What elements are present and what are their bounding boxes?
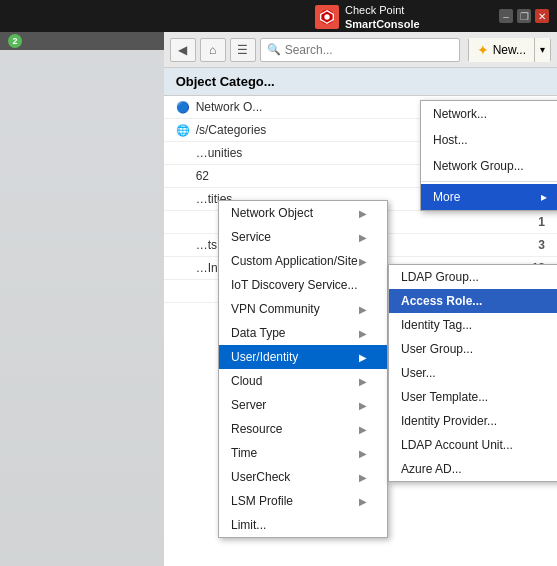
toolbar: ◀ ⌂ ☰ 🔍 ✦ New...	[164, 32, 557, 68]
menu-item-access-role[interactable]: Access Role...	[389, 289, 557, 313]
close-button[interactable]: ✕	[535, 9, 549, 23]
main-context-menu: Network Object ▶ Service ▶ Custom Applic…	[218, 200, 388, 538]
menu-item-limit[interactable]: Limit...	[219, 513, 387, 537]
menu-item-label: Network Group...	[433, 159, 524, 173]
menu-item-label: Host...	[433, 133, 468, 147]
left-panel: 2	[0, 32, 164, 566]
menu-item-label: LDAP Account Unit...	[401, 438, 513, 452]
chevron-right-icon: ▶	[359, 352, 367, 363]
menu-item-label: Service	[231, 230, 271, 244]
star-icon: ✦	[477, 42, 489, 58]
menu-item-label: More	[433, 190, 460, 204]
menu-item-label: Identity Provider...	[401, 414, 497, 428]
menu-item-server[interactable]: Server ▶	[219, 393, 387, 417]
menu-item-user[interactable]: User...	[389, 361, 557, 385]
svg-point-1	[324, 15, 329, 20]
network-icon: 🔵	[176, 101, 196, 114]
menu-item-lsm-profile[interactable]: LSM Profile ▶	[219, 489, 387, 513]
menu-item-time[interactable]: Time ▶	[219, 441, 387, 465]
logo-text: Check Point SmartConsole	[345, 3, 420, 32]
menu-item-network-object[interactable]: Network Object ▶	[219, 201, 387, 225]
menu-item-more[interactable]: More ▸	[421, 184, 557, 210]
menu-item-iot[interactable]: IoT Discovery Service...	[219, 273, 387, 297]
menu-item-label: LDAP Group...	[401, 270, 479, 284]
menu-item-label: User/Identity	[231, 350, 298, 364]
cat-count: 3	[538, 238, 545, 252]
chevron-right-icon: ▶	[359, 376, 367, 387]
chevron-down-icon: ▾	[540, 44, 545, 55]
menu-item-usercheck[interactable]: UserCheck ▶	[219, 465, 387, 489]
chevron-right-icon: ▶	[359, 304, 367, 315]
menu-item-resource[interactable]: Resource ▶	[219, 417, 387, 441]
menu-item-user-group[interactable]: User Group...	[389, 337, 557, 361]
menu-item-label: Access Role...	[401, 294, 482, 308]
menu-item-label: Network...	[433, 107, 487, 121]
app-logo-area: Check Point SmartConsole	[315, 3, 420, 32]
back-button[interactable]: ◀	[170, 38, 196, 62]
menu-item-label: Limit...	[231, 518, 266, 532]
back-icon: ◀	[178, 43, 187, 57]
home-button[interactable]: ⌂	[200, 38, 226, 62]
menu-item-user-identity[interactable]: User/Identity ▶	[219, 345, 387, 369]
menu-item-label: Resource	[231, 422, 282, 436]
menu-item-label: Network Object	[231, 206, 313, 220]
menu-item-ldap-group[interactable]: LDAP Group...	[389, 265, 557, 289]
cat-count: 1	[538, 215, 545, 229]
search-input[interactable]	[285, 43, 445, 57]
menu-separator	[421, 181, 557, 182]
logo-icon	[315, 5, 339, 29]
new-arrow-button[interactable]: ▾	[535, 38, 550, 62]
menu-item-label: User Group...	[401, 342, 473, 356]
chevron-right-icon: ▶	[359, 208, 367, 219]
chevron-right-icon: ▸	[541, 190, 547, 204]
chevron-right-icon: ▶	[359, 496, 367, 507]
menu-item-custom-app[interactable]: Custom Application/Site ▶	[219, 249, 387, 273]
search-box: 🔍	[260, 38, 460, 62]
menu-item-label: Cloud	[231, 374, 262, 388]
menu-item-label: User...	[401, 366, 436, 380]
app-window: Check Point SmartConsole – ❐ ✕ 2 ◀	[0, 0, 557, 566]
globe-icon: 🌐	[176, 124, 196, 137]
menu-item-azure-ad[interactable]: Azure AD...	[389, 457, 557, 481]
menu-item-label: User Template...	[401, 390, 488, 404]
menu-item-vpn[interactable]: VPN Community ▶	[219, 297, 387, 321]
chevron-right-icon: ▶	[359, 328, 367, 339]
user-identity-submenu: LDAP Group... Access Role... Identity Ta…	[388, 264, 557, 482]
panel-title: Object Catego...	[176, 74, 275, 89]
menu-item-identity-provider[interactable]: Identity Provider...	[389, 409, 557, 433]
new-items-dropdown: Network... Host... Network Group... More…	[420, 100, 557, 211]
chevron-right-icon: ▶	[359, 472, 367, 483]
menu-item-label: Custom Application/Site	[231, 254, 358, 268]
new-button[interactable]: ✦ New...	[469, 38, 535, 62]
minimize-button[interactable]: –	[499, 9, 513, 23]
chevron-right-icon: ▶	[359, 448, 367, 459]
menu-item-network-group[interactable]: Network Group...	[421, 153, 557, 179]
menu-item-data-type[interactable]: Data Type ▶	[219, 321, 387, 345]
menu-item-label: Time	[231, 446, 257, 460]
badge: 2	[8, 34, 22, 48]
menu-item-label: VPN Community	[231, 302, 320, 316]
menu-item-cloud[interactable]: Cloud ▶	[219, 369, 387, 393]
menu-item-label: Data Type	[231, 326, 285, 340]
menu-item-ldap-account-unit[interactable]: LDAP Account Unit...	[389, 433, 557, 457]
menu-item-service[interactable]: Service ▶	[219, 225, 387, 249]
menu-item-user-template[interactable]: User Template...	[389, 385, 557, 409]
main-area: 2 ◀ ⌂ ☰ 🔍	[0, 32, 557, 566]
menu-item-label: LSM Profile	[231, 494, 293, 508]
menu-item-label: Server	[231, 398, 266, 412]
menu-item-host[interactable]: Host...	[421, 127, 557, 153]
list-icon: ☰	[237, 43, 248, 57]
menu-item-identity-tag[interactable]: Identity Tag...	[389, 313, 557, 337]
menu-item-label: UserCheck	[231, 470, 290, 484]
chevron-right-icon: ▶	[359, 232, 367, 243]
list-button[interactable]: ☰	[230, 38, 256, 62]
home-icon: ⌂	[209, 43, 216, 57]
new-dropdown-container: ✦ New... ▾	[468, 38, 551, 62]
chevron-right-icon: ▶	[359, 256, 367, 267]
menu-item-label: Identity Tag...	[401, 318, 472, 332]
search-icon: 🔍	[267, 43, 281, 56]
menu-item-network[interactable]: Network...	[421, 101, 557, 127]
chevron-right-icon: ▶	[359, 400, 367, 411]
restore-button[interactable]: ❐	[517, 9, 531, 23]
title-bar: Check Point SmartConsole – ❐ ✕	[0, 0, 557, 32]
